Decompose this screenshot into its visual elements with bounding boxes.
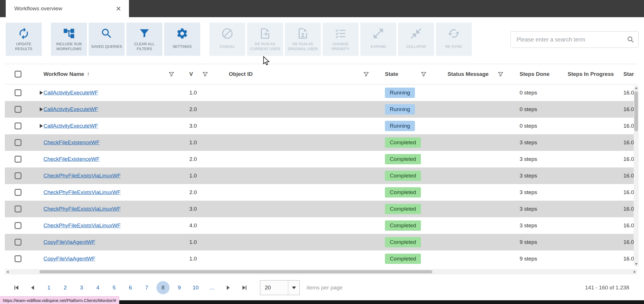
previous-page-button[interactable] bbox=[26, 281, 39, 294]
include-sub-workflows-button[interactable]: INCLUDE SUB WORKFLOWS bbox=[51, 23, 87, 56]
column-header-steps-in-progress[interactable]: Steps In Progress bbox=[558, 64, 616, 84]
expand-row-icon[interactable] bbox=[40, 124, 43, 128]
workflow-name-link[interactable]: CopyFileViaAgentWF bbox=[43, 239, 95, 245]
tab-workflows-overview[interactable]: Workflows overview × bbox=[6, 0, 129, 17]
steps-done-cell: 0 steps bbox=[507, 84, 558, 101]
update-results-button[interactable]: UPDATE RESULTS bbox=[6, 23, 42, 56]
steps-in-progress-cell bbox=[558, 84, 616, 101]
object-id-cell bbox=[212, 201, 374, 217]
workflow-name-link[interactable]: CallActivityExecuteWF bbox=[43, 106, 98, 112]
filter-icon[interactable] bbox=[168, 71, 175, 78]
saved-queries-button[interactable]: SAVED QUERIES bbox=[89, 23, 125, 56]
version-cell: 2.0 bbox=[181, 151, 212, 167]
row-checkbox[interactable] bbox=[15, 156, 21, 163]
column-header-version[interactable]: V bbox=[181, 64, 212, 84]
page-button-3[interactable]: 3 bbox=[75, 281, 88, 294]
row-checkbox[interactable] bbox=[15, 189, 21, 196]
tab-close-icon[interactable]: × bbox=[116, 4, 121, 13]
column-header-state[interactable]: State bbox=[374, 64, 429, 84]
page-button-10[interactable]: 10 bbox=[189, 281, 202, 294]
scroll-down-icon[interactable] bbox=[634, 262, 639, 267]
page-button-4[interactable]: 4 bbox=[91, 281, 104, 294]
page-button-2[interactable]: 2 bbox=[59, 281, 72, 294]
settings-button[interactable]: SETTINGS bbox=[164, 23, 200, 56]
column-header-object-id[interactable]: Object ID bbox=[212, 64, 374, 84]
filter-icon[interactable] bbox=[363, 71, 369, 78]
last-page-button[interactable] bbox=[238, 281, 251, 294]
workflow-name-link[interactable]: CallActivityExecuteWF bbox=[43, 123, 98, 129]
change-priority-button[interactable]: CHANGE PRIORITY bbox=[323, 23, 359, 56]
state-badge: Completed bbox=[385, 237, 421, 247]
page-button-6[interactable]: 6 bbox=[124, 281, 137, 294]
column-header-steps-done[interactable]: Steps Done bbox=[507, 64, 558, 84]
row-checkbox[interactable] bbox=[15, 172, 21, 179]
column-label: Object ID bbox=[229, 71, 253, 77]
page-size-select[interactable]: 20 bbox=[260, 280, 300, 295]
scroll-right-icon[interactable] bbox=[632, 269, 637, 275]
filter-icon[interactable] bbox=[497, 71, 504, 78]
table-header: Workflow Name ↑ V Object ID State Status… bbox=[5, 64, 637, 84]
horizontal-scrollbar-thumb[interactable] bbox=[39, 270, 432, 273]
vertical-scrollbar[interactable] bbox=[634, 86, 639, 267]
vertical-scrollbar-thumb[interactable] bbox=[634, 91, 638, 131]
rerun-as-original-user-button[interactable]: RE RUN AS ORIGINAL USER bbox=[285, 23, 321, 56]
object-id-cell bbox=[212, 84, 374, 101]
row-checkbox[interactable] bbox=[15, 239, 21, 246]
workflow-name-link[interactable]: CallActivityExecuteWF bbox=[43, 90, 98, 96]
page-button-9[interactable]: 9 bbox=[173, 281, 186, 294]
workflow-name-link[interactable]: CheckPhyFileExistsViaLinuxWF bbox=[43, 206, 121, 212]
version-cell: 4.0 bbox=[181, 217, 212, 234]
workflow-name-link[interactable]: CheckPhyFileExistsViaLinuxWF bbox=[43, 222, 121, 229]
page-button-7[interactable]: 7 bbox=[140, 281, 153, 294]
workflow-name-link[interactable]: CheckPhyFileExistsViaLinuxWF bbox=[43, 189, 121, 196]
workflow-name-link[interactable]: CheckPhyFileExistsViaLinuxWF bbox=[43, 173, 121, 179]
row-checkbox[interactable] bbox=[15, 139, 21, 146]
status-message-cell bbox=[429, 84, 507, 101]
resync-button[interactable]: RE-SYNC bbox=[436, 23, 472, 56]
scroll-up-icon[interactable] bbox=[634, 86, 639, 90]
table-row: CheckPhyFileExistsViaLinuxWF 4.0 Complet… bbox=[5, 217, 637, 234]
checklist-icon bbox=[334, 27, 347, 40]
workflow-name-link[interactable]: CheckFileExistenceWF bbox=[43, 156, 100, 162]
steps-done-cell: 3 steps bbox=[507, 217, 558, 234]
collapse-button[interactable]: COLLAPSE bbox=[398, 23, 434, 56]
select-all-checkbox[interactable] bbox=[15, 71, 21, 78]
expand-button[interactable]: EXPAND bbox=[360, 23, 396, 56]
workflow-name-link[interactable]: CheckFileExistenceWF bbox=[43, 139, 100, 146]
status-message-cell bbox=[429, 118, 507, 134]
row-checkbox[interactable] bbox=[15, 106, 21, 113]
clear-all-filters-button[interactable]: CLEAR ALL FILTERS bbox=[126, 23, 162, 56]
page-button-1[interactable]: 1 bbox=[42, 281, 55, 294]
column-header-workflow-name[interactable]: Workflow Name ↑ bbox=[38, 64, 181, 84]
filter-icon[interactable] bbox=[420, 71, 427, 78]
page-button-8-current[interactable]: 8 bbox=[156, 281, 170, 294]
scroll-left-icon[interactable] bbox=[5, 269, 10, 275]
search-input[interactable] bbox=[516, 36, 627, 43]
page-ellipsis-button[interactable]: ... bbox=[205, 281, 218, 294]
row-checkbox[interactable] bbox=[15, 255, 21, 262]
funnel-icon bbox=[138, 27, 151, 40]
rerun-as-current-user-button[interactable]: RE RUN AS CURRENT USER bbox=[247, 23, 283, 56]
row-checkbox[interactable] bbox=[15, 123, 21, 129]
next-page-button[interactable] bbox=[222, 281, 235, 294]
workflow-name-link[interactable]: CopyFileViaAgentWF bbox=[43, 256, 95, 262]
expand-row-icon[interactable] bbox=[40, 107, 43, 111]
row-checkbox[interactable] bbox=[15, 206, 21, 212]
cancel-button[interactable]: CANCEL bbox=[209, 23, 245, 56]
horizontal-scrollbar[interactable] bbox=[5, 269, 637, 275]
filter-icon[interactable] bbox=[202, 71, 208, 78]
row-checkbox[interactable] bbox=[15, 222, 21, 229]
steps-done-cell: 9 steps bbox=[507, 234, 558, 250]
row-checkbox[interactable] bbox=[15, 89, 21, 96]
steps-in-progress-cell bbox=[558, 217, 616, 234]
column-header-started[interactable]: Star bbox=[616, 64, 637, 84]
first-page-button[interactable] bbox=[10, 281, 23, 294]
page-button-5[interactable]: 5 bbox=[108, 281, 121, 294]
column-header-status-message[interactable]: Status Message bbox=[429, 64, 507, 84]
expand-row-icon[interactable] bbox=[40, 91, 43, 95]
column-label: Status Message bbox=[448, 71, 489, 77]
sort-ascending-icon[interactable]: ↑ bbox=[87, 71, 90, 78]
hierarchy-icon bbox=[63, 27, 75, 40]
table-row: CallActivityExecuteWF 3.0 Running 0 step… bbox=[5, 118, 637, 134]
search-icon[interactable] bbox=[627, 36, 634, 43]
